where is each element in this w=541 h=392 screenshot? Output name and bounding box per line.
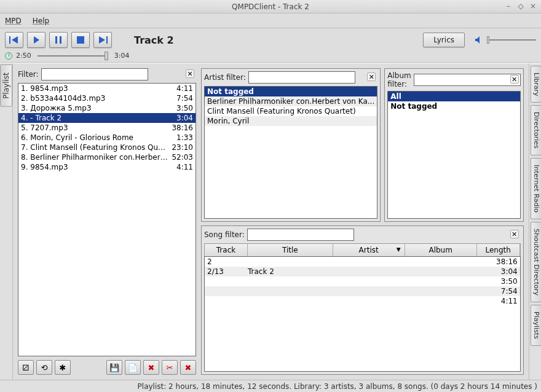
th-album[interactable]: Album xyxy=(405,244,477,256)
seek-slider[interactable] xyxy=(38,55,108,57)
playlist-row[interactable]: 8. Berliner Philharmoniker con.Herbert v… xyxy=(18,152,195,162)
play-button[interactable] xyxy=(27,32,45,48)
svg-marker-1 xyxy=(12,36,18,44)
time-total: 3:04 xyxy=(114,52,130,60)
album-row[interactable]: All xyxy=(388,92,519,101)
playlist-panel: Filter: ✕ 1. 9854.mp34:112. b533a44104d3… xyxy=(18,68,196,375)
tab-directories[interactable]: Directories xyxy=(531,105,541,155)
settings-button[interactable]: ✱ xyxy=(55,360,71,375)
status-bar: Playlist: 2 hours, 18 minutes, 12 second… xyxy=(0,380,541,392)
song-filter-clear-icon[interactable]: ✕ xyxy=(510,230,519,238)
sort-indicator-icon: ▼ xyxy=(397,246,401,253)
left-sidebar: Playlist xyxy=(0,63,13,380)
album-panel: Album filter: ✕ AllNot tagged xyxy=(384,68,523,222)
song-row[interactable]: 238:16 xyxy=(205,257,520,267)
status-text: Playlist: 2 hours, 18 minutes, 12 second… xyxy=(138,382,537,391)
volume-control[interactable] xyxy=(475,36,536,44)
playlist-row[interactable]: 2. b533a44104d3.mp37:54 xyxy=(18,93,195,103)
window-title: QMPDClient - Track 2 xyxy=(37,2,504,11)
clear-button[interactable]: ✖ xyxy=(180,360,196,375)
tab-shoutcast[interactable]: Shoutcast Directory xyxy=(531,222,541,302)
clock-icon xyxy=(5,52,12,60)
tab-library[interactable]: Library xyxy=(531,66,541,103)
title-bar: QMPDClient - Track 2 – ◇ × xyxy=(0,0,541,14)
song-panel: Song filter: ✕ Track Title Artist▼ Album… xyxy=(201,225,524,375)
svg-rect-7 xyxy=(106,36,108,44)
prev-track-button[interactable] xyxy=(5,32,23,48)
th-track[interactable]: Track xyxy=(205,244,248,256)
playlist-row[interactable]: 3. Дорожка 5.mp33:50 xyxy=(18,103,195,113)
minimize-button[interactable]: – xyxy=(504,2,513,11)
svg-marker-2 xyxy=(34,36,39,44)
playlist-filter-label: Filter: xyxy=(18,70,39,79)
album-list[interactable]: AllNot tagged xyxy=(387,91,520,219)
svg-rect-4 xyxy=(60,36,61,44)
sidebar-tab-playlist-label: Playlist xyxy=(2,73,10,99)
lyrics-button[interactable]: Lyrics xyxy=(423,33,465,47)
crop-button[interactable]: ✂ xyxy=(162,360,178,375)
maximize-button[interactable]: ◇ xyxy=(516,2,525,11)
svg-rect-3 xyxy=(55,36,57,44)
th-title[interactable]: Title xyxy=(248,244,333,256)
album-filter-input[interactable] xyxy=(414,74,521,86)
artist-row[interactable]: Morin, Cyril xyxy=(205,116,377,126)
album-row[interactable]: Not tagged xyxy=(388,101,519,111)
song-table-header: Track Title Artist▼ Album Length xyxy=(204,243,521,256)
artist-row[interactable]: Not tagged xyxy=(205,87,377,96)
next-track-button[interactable] xyxy=(93,32,112,48)
volume-icon xyxy=(475,36,483,44)
tab-internet-radio[interactable]: Internet Radio xyxy=(531,158,541,219)
artist-panel: Artist filter: ✕ Not taggedBerliner Phil… xyxy=(201,68,381,222)
stop-button[interactable] xyxy=(71,32,90,48)
album-filter-label: Album filter: xyxy=(387,71,411,88)
menu-help[interactable]: Help xyxy=(33,17,49,25)
close-button[interactable]: × xyxy=(529,2,537,11)
playlist-list[interactable]: 1. 9854.mp34:112. b533a44104d3.mp37:543.… xyxy=(18,83,196,356)
main-area: Playlist Filter: ✕ 1. 9854.mp34:112. b53… xyxy=(0,63,541,380)
remove-button[interactable]: ✖ xyxy=(143,360,159,375)
playlist-filter-input[interactable] xyxy=(41,68,148,80)
playlist-row[interactable]: 1. 9854.mp34:11 xyxy=(18,84,195,93)
playlist-row[interactable]: 9. 9854.mp34:11 xyxy=(18,162,195,172)
menu-mpd[interactable]: MPD xyxy=(5,17,22,25)
playlist-filter-clear-icon[interactable]: ✕ xyxy=(186,69,194,78)
tab-playlists[interactable]: Playlists xyxy=(531,305,541,346)
artist-row[interactable]: Clint Mansell (Featuring Kronos Quartet) xyxy=(205,106,377,116)
playlist-row[interactable]: 4. - Track 23:04 xyxy=(18,113,195,123)
svg-marker-6 xyxy=(99,36,105,44)
info-button[interactable]: 📄 xyxy=(125,360,141,375)
svg-rect-5 xyxy=(77,36,84,44)
toolbar: Track 2 Lyrics 2:50 3:04 xyxy=(0,28,541,63)
song-row[interactable]: 4:11 xyxy=(205,296,520,306)
song-row[interactable]: 7:54 xyxy=(205,286,520,296)
th-artist[interactable]: Artist▼ xyxy=(333,244,405,256)
save-playlist-button[interactable]: 💾 xyxy=(106,360,122,375)
time-elapsed: 2:50 xyxy=(16,52,31,60)
random-button[interactable]: ⚂ xyxy=(18,360,34,375)
song-filter-label: Song filter: xyxy=(204,230,245,239)
artist-list[interactable]: Not taggedBerliner Philharmoniker con.He… xyxy=(204,86,377,219)
playlist-row[interactable]: 6. Morin, Cyril - Glorious Rome1:33 xyxy=(18,133,195,143)
song-filter-input[interactable] xyxy=(247,229,354,241)
artist-filter-clear-icon[interactable]: ✕ xyxy=(367,73,376,81)
current-track-title: Track 2 xyxy=(134,34,174,46)
svg-rect-0 xyxy=(9,36,10,44)
menu-bar: MPD Help xyxy=(0,14,541,28)
artist-row[interactable]: Berliner Philharmoniker con.Herbert von … xyxy=(205,96,377,106)
sidebar-tab-playlist[interactable]: Playlist xyxy=(0,65,12,107)
th-length[interactable]: Length xyxy=(477,244,520,256)
playlist-row[interactable]: 5. 7207.mp338:16 xyxy=(18,123,195,133)
song-table[interactable]: 238:162/13Track 23:043:507:544:11 xyxy=(204,256,521,372)
pause-button[interactable] xyxy=(49,32,68,48)
svg-marker-8 xyxy=(475,36,480,44)
song-row[interactable]: 3:50 xyxy=(205,276,520,286)
artist-filter-input[interactable] xyxy=(248,71,355,84)
album-filter-clear-icon[interactable]: ✕ xyxy=(510,75,519,84)
playlist-row[interactable]: 7. Clint Mansell (Featuring Kronos Quart… xyxy=(18,143,195,152)
right-sidebar: Library Directories Internet Radio Shout… xyxy=(529,63,541,380)
artist-filter-label: Artist filter: xyxy=(204,73,246,82)
repeat-button[interactable]: ⟲ xyxy=(36,360,52,375)
song-row[interactable]: 2/13Track 23:04 xyxy=(205,267,520,276)
